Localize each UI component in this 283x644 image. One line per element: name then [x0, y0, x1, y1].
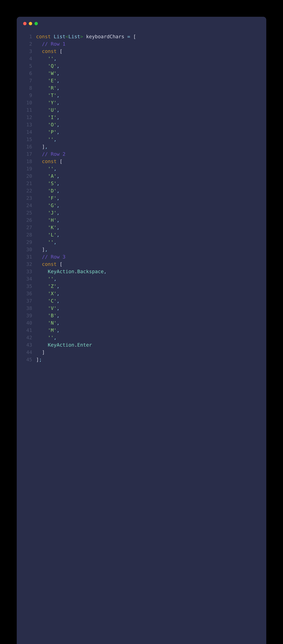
code-content[interactable]: const [ [36, 260, 260, 268]
code-line[interactable]: 27 'K', [22, 224, 260, 231]
code-content[interactable]: 'S', [36, 180, 260, 187]
code-content[interactable]: 'K', [36, 224, 260, 231]
code-content[interactable]: 'T', [36, 92, 260, 99]
code-content[interactable]: 'X', [36, 290, 260, 297]
code-content[interactable]: 'F', [36, 194, 260, 202]
code-token: 'C' [48, 298, 57, 304]
code-content[interactable]: '', [36, 55, 260, 62]
code-content[interactable]: '', [36, 238, 260, 246]
code-line[interactable]: 20 'A', [22, 172, 260, 180]
code-content[interactable]: 'M', [36, 327, 260, 334]
code-token [36, 56, 48, 62]
code-line[interactable]: 18 const [ [22, 158, 260, 165]
code-line[interactable]: 1const List<List> keyboardChars = [ [22, 33, 260, 40]
code-line[interactable]: 19 '', [22, 165, 260, 172]
code-content[interactable]: 'N', [36, 319, 260, 327]
code-content[interactable]: 'O', [36, 121, 260, 128]
code-token: 'X' [48, 291, 57, 296]
code-line[interactable]: 24 'G', [22, 202, 260, 209]
code-line[interactable]: 36 'X', [22, 290, 260, 297]
code-line[interactable]: 3 const [ [22, 48, 260, 55]
code-line[interactable]: 37 'C', [22, 297, 260, 304]
code-line[interactable]: 7 'E', [22, 77, 260, 84]
code-content[interactable]: ]; [36, 356, 260, 363]
code-token: 'E' [48, 78, 57, 84]
code-content[interactable]: 'P', [36, 128, 260, 136]
code-line[interactable]: 22 'D', [22, 187, 260, 194]
code-content[interactable]: const [ [36, 158, 260, 165]
code-line[interactable]: 31 // Row 3 [22, 253, 260, 260]
code-content[interactable]: 'G', [36, 202, 260, 209]
code-content[interactable]: 'I', [36, 114, 260, 121]
code-line[interactable]: 33 KeyAction.Backspace, [22, 268, 260, 275]
code-line[interactable]: 16 ], [22, 143, 260, 150]
code-line[interactable]: 29 '', [22, 238, 260, 246]
code-content[interactable]: 'Z', [36, 282, 260, 290]
code-line[interactable]: 2 // Row 1 [22, 40, 260, 48]
code-content[interactable]: // Row 1 [36, 40, 260, 48]
code-content[interactable]: 'B', [36, 312, 260, 319]
code-content[interactable]: 'D', [36, 187, 260, 194]
code-line[interactable]: 28 'L', [22, 231, 260, 238]
code-content[interactable]: 'Q', [36, 62, 260, 70]
code-content[interactable]: ] [36, 349, 260, 356]
code-content[interactable]: KeyAction.Backspace, [36, 268, 260, 275]
code-content[interactable]: 'U', [36, 106, 260, 114]
code-content[interactable]: '', [36, 334, 260, 341]
code-line[interactable]: 45]; [22, 356, 260, 363]
code-content[interactable]: ], [36, 143, 260, 150]
code-content[interactable]: '', [36, 136, 260, 143]
code-area[interactable]: 1const List<List> keyboardChars = [2 // … [17, 28, 266, 363]
code-content[interactable]: const [ [36, 48, 260, 55]
code-content[interactable]: const List<List> keyboardChars = [ [36, 33, 260, 40]
code-content[interactable]: 'V', [36, 304, 260, 312]
code-content[interactable]: ], [36, 246, 260, 253]
code-line[interactable]: 5 'Q', [22, 62, 260, 70]
code-content[interactable]: 'E', [36, 77, 260, 84]
minimize-icon[interactable] [29, 22, 32, 25]
code-content[interactable]: // Row 3 [36, 253, 260, 260]
code-content[interactable]: '', [36, 165, 260, 172]
code-line[interactable]: 10 'Y', [22, 99, 260, 106]
code-line[interactable]: 15 '', [22, 136, 260, 143]
code-line[interactable]: 23 'F', [22, 194, 260, 202]
code-line[interactable]: 21 'S', [22, 180, 260, 187]
code-content[interactable]: KeyAction.Enter [36, 341, 260, 349]
code-line[interactable]: 32 const [ [22, 260, 260, 268]
code-line[interactable]: 44 ] [22, 349, 260, 356]
code-token: '' [48, 239, 54, 245]
code-content[interactable]: 'W', [36, 70, 260, 77]
code-content[interactable]: 'J', [36, 209, 260, 216]
code-line[interactable]: 9 'T', [22, 92, 260, 99]
code-line[interactable]: 26 'H', [22, 216, 260, 224]
code-line[interactable]: 25 'J', [22, 209, 260, 216]
code-content[interactable]: 'H', [36, 216, 260, 224]
code-line[interactable]: 11 'U', [22, 106, 260, 114]
code-line[interactable]: 39 'B', [22, 312, 260, 319]
maximize-icon[interactable] [34, 22, 38, 25]
code-line[interactable]: 40 'N', [22, 319, 260, 327]
code-line[interactable]: 6 'W', [22, 70, 260, 77]
code-line[interactable]: 35 'Z', [22, 282, 260, 290]
code-line[interactable]: 12 'I', [22, 114, 260, 121]
code-content[interactable]: 'Y', [36, 99, 260, 106]
code-line[interactable]: 8 'R', [22, 84, 260, 92]
code-content[interactable]: 'R', [36, 84, 260, 92]
code-line[interactable]: 4 '', [22, 55, 260, 62]
code-line[interactable]: 17 // Row 2 [22, 150, 260, 158]
close-icon[interactable] [23, 22, 26, 25]
code-content[interactable]: 'C', [36, 297, 260, 304]
code-content[interactable]: // Row 2 [36, 150, 260, 158]
code-content[interactable]: '', [36, 275, 260, 282]
code-line[interactable]: 41 'M', [22, 327, 260, 334]
code-line[interactable]: 38 'V', [22, 304, 260, 312]
code-content[interactable]: 'A', [36, 172, 260, 180]
code-line[interactable]: 42 '', [22, 334, 260, 341]
code-line[interactable]: 13 'O', [22, 121, 260, 128]
code-line[interactable]: 34 '', [22, 275, 260, 282]
code-line[interactable]: 43 KeyAction.Enter [22, 341, 260, 349]
code-content[interactable]: 'L', [36, 231, 260, 238]
code-token [36, 158, 42, 164]
code-line[interactable]: 14 'P', [22, 128, 260, 136]
code-line[interactable]: 30 ], [22, 246, 260, 253]
